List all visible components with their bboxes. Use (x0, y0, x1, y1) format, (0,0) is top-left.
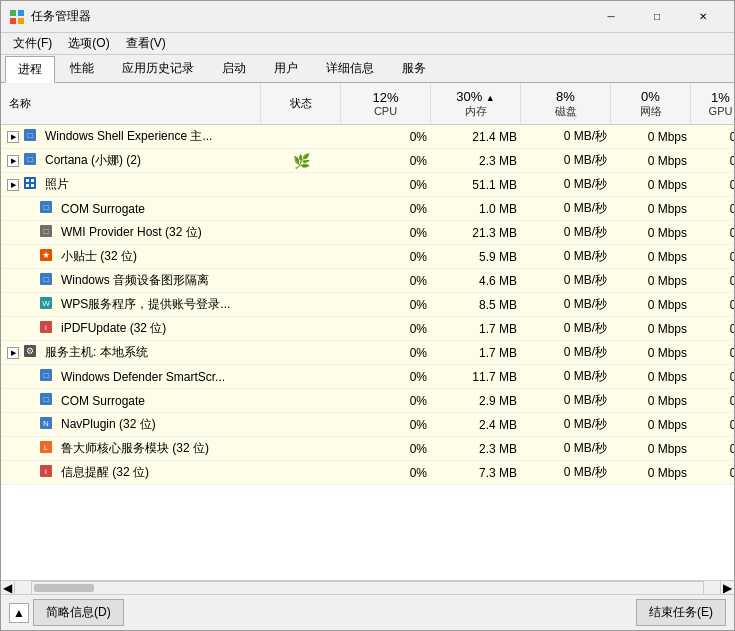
col-network[interactable]: 0% 网络 (611, 83, 691, 124)
process-memory-cell: 1.0 MB (431, 202, 521, 216)
table-row[interactable]: □ WMI Provider Host (32 位)0%21.3 MB0 MB/… (1, 221, 734, 245)
process-icon: □ (23, 128, 37, 145)
table-row[interactable]: i iPDFUpdate (32 位)0%1.7 MB0 MB/秒0 Mbps0… (1, 317, 734, 341)
menu-options[interactable]: 选项(O) (60, 33, 117, 54)
col-disk[interactable]: 8% 磁盘 (521, 83, 611, 124)
table-row[interactable]: ★ 小贴士 (32 位)0%5.9 MB0 MB/秒0 Mbps0% (1, 245, 734, 269)
col-memory[interactable]: 30% ▲ 内存 (431, 83, 521, 124)
horizontal-scrollbar[interactable] (31, 581, 704, 595)
minimize-button[interactable]: ─ (588, 1, 634, 33)
process-disk-cell: 0 MB/秒 (521, 368, 611, 385)
tab-process[interactable]: 进程 (5, 56, 55, 83)
process-disk-cell: 0 MB/秒 (521, 224, 611, 241)
process-memory-cell: 2.4 MB (431, 418, 521, 432)
tab-details[interactable]: 详细信息 (313, 55, 387, 82)
summary-icon[interactable]: ▲ (9, 603, 29, 623)
process-gpu-cell: 0% (691, 322, 734, 336)
menu-view[interactable]: 查看(V) (118, 33, 174, 54)
process-memory-cell: 21.3 MB (431, 226, 521, 240)
svg-text:□: □ (44, 275, 49, 284)
process-disk-cell: 0 MB/秒 (521, 128, 611, 145)
process-gpu-cell: 0% (691, 226, 734, 240)
process-network-cell: 0 Mbps (611, 298, 691, 312)
summary-button[interactable]: 简略信息(D) (33, 599, 124, 626)
svg-text:⚙: ⚙ (26, 346, 34, 356)
menu-file[interactable]: 文件(F) (5, 33, 60, 54)
process-icon: □ (39, 200, 53, 217)
expand-button[interactable]: ▶ (7, 347, 19, 359)
col-cpu[interactable]: 12% CPU (341, 83, 431, 124)
process-gpu-cell: 0% (691, 442, 734, 456)
process-name-label: WMI Provider Host (32 位) (61, 224, 202, 241)
process-memory-cell: 1.7 MB (431, 322, 521, 336)
table-row[interactable]: □ Windows 音频设备图形隔离0%4.6 MB0 MB/秒0 Mbps0% (1, 269, 734, 293)
expand-button[interactable]: ▶ (7, 131, 19, 143)
process-gpu-cell: 0% (691, 154, 734, 168)
process-name-label: NavPlugin (32 位) (61, 416, 156, 433)
process-cpu-cell: 0% (341, 370, 431, 384)
tab-services[interactable]: 服务 (389, 55, 439, 82)
process-icon: ⚙ (23, 344, 37, 361)
process-gpu-cell: 0% (691, 298, 734, 312)
tab-app-history[interactable]: 应用历史记录 (109, 55, 207, 82)
col-gpu[interactable]: 1% GPU (691, 83, 734, 124)
process-icon: □ (39, 392, 53, 409)
svg-text:□: □ (44, 203, 49, 212)
expand-button[interactable]: ▶ (7, 179, 19, 191)
content-area: 名称 状态 12% CPU 30% ▲ 内存 8% 磁盘 0% 网络 1 (1, 83, 734, 580)
process-cpu-cell: 0% (341, 394, 431, 408)
process-network-cell: 0 Mbps (611, 274, 691, 288)
process-icon: ★ (39, 248, 53, 265)
process-disk-cell: 0 MB/秒 (521, 272, 611, 289)
tab-startup[interactable]: 启动 (209, 55, 259, 82)
table-row[interactable]: ▶ □ Cortana (小娜) (2)🌿0%2.3 MB0 MB/秒0 Mbp… (1, 149, 734, 173)
process-name-cell: L 鲁大师核心服务模块 (32 位) (1, 440, 261, 457)
process-disk-cell: 0 MB/秒 (521, 440, 611, 457)
tab-performance[interactable]: 性能 (57, 55, 107, 82)
table-row[interactable]: W WPS服务程序，提供账号登录...0%8.5 MB0 MB/秒0 Mbps0… (1, 293, 734, 317)
table-row[interactable]: L 鲁大师核心服务模块 (32 位)0%2.3 MB0 MB/秒0 Mbps0% (1, 437, 734, 461)
process-gpu-cell: 0% (691, 250, 734, 264)
process-table-body[interactable]: ▶ □ Windows Shell Experience 主...0%21.4 … (1, 125, 734, 580)
table-row[interactable]: □ Windows Defender SmartScr...0%11.7 MB0… (1, 365, 734, 389)
col-name[interactable]: 名称 (1, 83, 261, 124)
process-name-label: Windows Defender SmartScr... (61, 370, 225, 384)
scroll-right-btn[interactable]: ▶ (720, 581, 734, 595)
close-button[interactable]: ✕ (680, 1, 726, 33)
table-row[interactable]: ▶ ⚙ 服务主机: 本地系统0%1.7 MB0 MB/秒0 Mbps0% (1, 341, 734, 365)
process-network-cell: 0 Mbps (611, 370, 691, 384)
process-cpu-cell: 0% (341, 202, 431, 216)
process-gpu-cell: 0% (691, 274, 734, 288)
process-cpu-cell: 0% (341, 250, 431, 264)
horizontal-scrollbar-area: ◀ ▶ (1, 580, 734, 594)
process-memory-cell: 8.5 MB (431, 298, 521, 312)
table-row[interactable]: ▶ □ Windows Shell Experience 主...0%21.4 … (1, 125, 734, 149)
process-icon (23, 176, 37, 193)
table-row[interactable]: i 信息提醒 (32 位)0%7.3 MB0 MB/秒0 Mbps0% (1, 461, 734, 485)
process-disk-cell: 0 MB/秒 (521, 344, 611, 361)
process-name-cell: ▶ 照片 (1, 176, 261, 193)
scroll-left-btn[interactable]: ◀ (1, 581, 15, 595)
end-task-button[interactable]: 结束任务(E) (636, 599, 726, 626)
process-name-cell: N NavPlugin (32 位) (1, 416, 261, 433)
svg-text:★: ★ (42, 250, 50, 260)
table-row[interactable]: N NavPlugin (32 位)0%2.4 MB0 MB/秒0 Mbps0% (1, 413, 734, 437)
svg-rect-12 (31, 184, 34, 187)
table-row[interactable]: □ COM Surrogate0%1.0 MB0 MB/秒0 Mbps0% (1, 197, 734, 221)
process-cpu-cell: 0% (341, 322, 431, 336)
process-disk-cell: 0 MB/秒 (521, 176, 611, 193)
maximize-button[interactable]: □ (634, 1, 680, 33)
table-row[interactable]: ▶ 照片0%51.1 MB0 MB/秒0 Mbps0% (1, 173, 734, 197)
process-gpu-cell: 0% (691, 178, 734, 192)
process-memory-cell: 4.6 MB (431, 274, 521, 288)
col-status[interactable]: 状态 (261, 83, 341, 124)
expand-button[interactable]: ▶ (7, 155, 19, 167)
process-network-cell: 0 Mbps (611, 346, 691, 360)
process-name-cell: □ COM Surrogate (1, 392, 261, 409)
process-name-label: Windows 音频设备图形隔离 (61, 272, 209, 289)
process-gpu-cell: 0% (691, 130, 734, 144)
scrollbar-thumb (34, 584, 94, 592)
process-network-cell: 0 Mbps (611, 202, 691, 216)
tab-users[interactable]: 用户 (261, 55, 311, 82)
table-row[interactable]: □ COM Surrogate0%2.9 MB0 MB/秒0 Mbps0% (1, 389, 734, 413)
